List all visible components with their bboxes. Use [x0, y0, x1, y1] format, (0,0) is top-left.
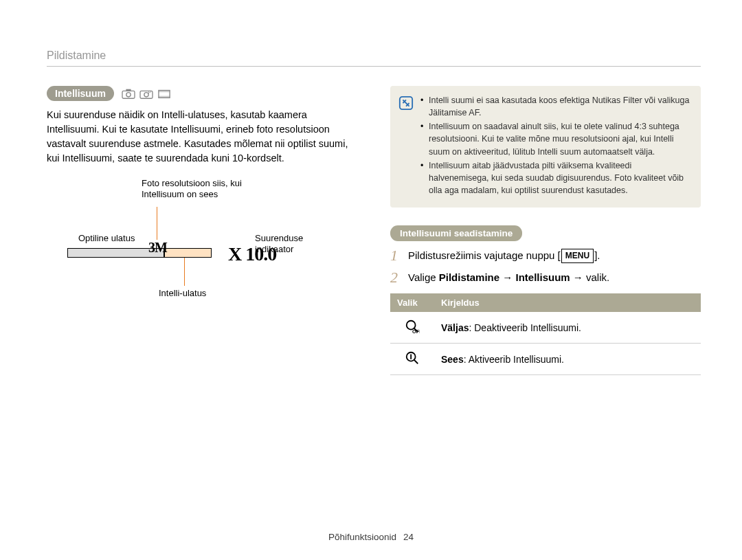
film-icon — [157, 87, 172, 100]
svg-point-1 — [126, 93, 131, 97]
info-icon — [398, 96, 414, 111]
intelli-range-label: Intelli-ulatus — [159, 288, 206, 299]
right-column: Intelli suumi ei saa kasutada koos efekt… — [390, 86, 701, 375]
option-name: Sees — [441, 354, 464, 365]
left-column: Intellisuum P Kui suurenduse näidik on I… — [47, 86, 357, 375]
table-cell-desc: Sees: Aktiveerib Intellisuumi. — [434, 344, 701, 375]
svg-line-14 — [414, 360, 418, 364]
step-text: Pildistusrežiimis vajutage nuppu [ — [408, 249, 561, 261]
svg-text:OFF: OFF — [412, 328, 420, 334]
optical-range-label: Optiline ulatus — [78, 233, 135, 244]
resolution-label: Foto resolutsioon siis, kui Intellisuum … — [142, 178, 272, 201]
table-row: OFF Väljas: Deaktiveerib Intellisuumi. — [390, 312, 701, 344]
intellisuum-heading: Intellisuum — [47, 86, 114, 101]
step-text: ]. — [594, 249, 600, 261]
resolution-value: 3M — [148, 240, 167, 256]
step-number: 1 — [390, 248, 408, 263]
table-row: Sees: Aktiveerib Intellisuumi. — [390, 344, 701, 375]
step-text: valik. — [586, 271, 609, 283]
camera-smart-icon — [121, 87, 136, 100]
mode-icons-group: P — [121, 87, 172, 100]
zoom-diagram: Foto resolutsioon siis, kui Intellisuum … — [47, 178, 328, 309]
svg-rect-7 — [159, 91, 170, 93]
zoom-value: X 10.0 — [228, 243, 276, 265]
table-cell-desc: Väljas: Deaktiveerib Intellisuumi. — [434, 312, 701, 344]
option-desc: : Aktiveerib Intellisuumi. — [464, 354, 564, 365]
arrow: → — [499, 271, 515, 283]
page-title: Pildistamine — [47, 49, 701, 67]
table-head-option: Valik — [390, 293, 434, 312]
note-box: Intelli suumi ei saa kasutada koos efekt… — [390, 86, 701, 208]
step-text: Valige — [408, 271, 439, 283]
leader-line — [157, 207, 157, 240]
option-name: Väljas — [441, 322, 469, 333]
option-desc: : Deaktiveerib Intellisuumi. — [469, 322, 581, 333]
zoom-bar — [67, 248, 212, 258]
step-2: 2 Valige Pildistamine → Intellisuum → va… — [390, 270, 701, 285]
note-item: Intelli suumi ei saa kasutada koos efekt… — [420, 94, 690, 119]
note-item: Intellisuum aitab jäädvustada pilti väik… — [420, 159, 690, 197]
table-head-desc: Kirjeldus — [434, 293, 701, 312]
step-bold: Intellisuum — [515, 271, 570, 283]
intelli-fill — [165, 249, 211, 257]
camera-p-icon: P — [139, 87, 154, 100]
zoom-off-icon: OFF — [405, 319, 420, 334]
svg-rect-8 — [159, 96, 170, 98]
footer-section: Põhifunktsioonid — [328, 532, 396, 542]
svg-text:P: P — [148, 90, 151, 95]
zoom-on-icon — [405, 350, 420, 366]
note-item: Intellisuum on saadaval ainult siis, kui… — [420, 120, 690, 157]
arrow: → — [570, 271, 586, 283]
step-number: 2 — [390, 270, 408, 285]
settings-heading: Intellisuumi seadistamine — [390, 225, 522, 241]
page-footer: Põhifunktsioonid 24 — [0, 532, 742, 542]
menu-button-label: MENU — [561, 249, 594, 263]
footer-page-number: 24 — [403, 532, 414, 542]
svg-rect-2 — [126, 89, 131, 91]
intro-paragraph: Kui suurenduse näidik on Intelli-ulatuse… — [47, 108, 357, 166]
options-table: Valik Kirjeldus OFF Väljas: Deaktiveerib… — [390, 293, 701, 375]
step-1: 1 Pildistusrežiimis vajutage nuppu [MENU… — [390, 248, 701, 263]
step-bold: Pildistamine — [439, 271, 499, 283]
